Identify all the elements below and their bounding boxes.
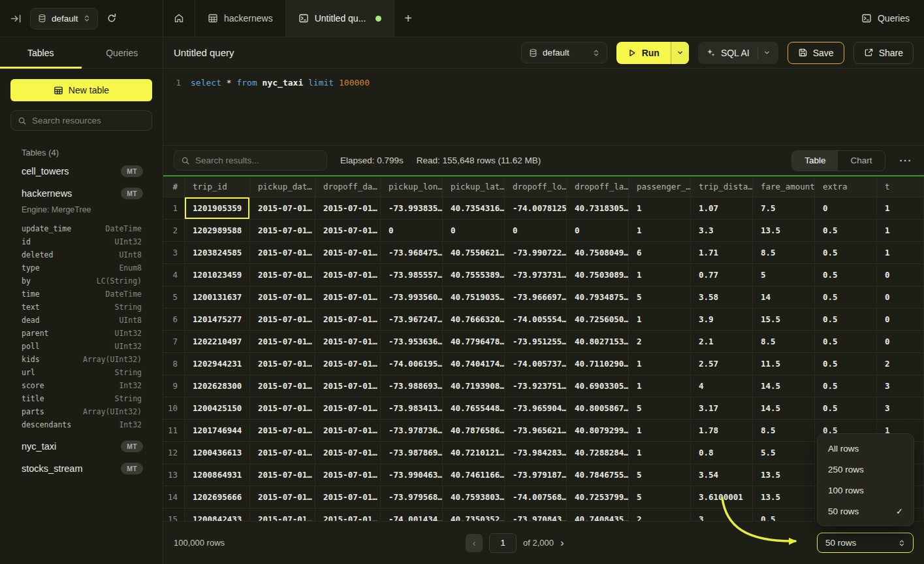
cell[interactable]: 0 bbox=[877, 264, 924, 286]
cell[interactable]: 2 bbox=[629, 331, 691, 353]
view-tab-chart[interactable]: Chart bbox=[838, 151, 884, 171]
row-number[interactable]: 12 bbox=[163, 442, 185, 464]
menu-item[interactable]: 100 rows bbox=[818, 480, 914, 501]
cell[interactable]: 2015-07-01… bbox=[250, 197, 315, 220]
cell[interactable]: 40.7193908… bbox=[443, 375, 505, 397]
column-header[interactable]: pickup_lon… bbox=[381, 176, 443, 197]
cell[interactable]: 5 bbox=[629, 397, 691, 420]
cell[interactable]: 2015-07-01… bbox=[315, 331, 381, 353]
cell[interactable]: 40.8005867… bbox=[567, 397, 629, 420]
cell[interactable]: 40.7350352… bbox=[443, 508, 505, 521]
row-number[interactable]: 14 bbox=[163, 486, 185, 508]
cell[interactable]: 1202989588 bbox=[185, 220, 250, 242]
cell[interactable]: 13.5 bbox=[753, 464, 815, 486]
cell[interactable]: -73.973731… bbox=[505, 264, 567, 286]
cell[interactable]: -73.979187… bbox=[505, 464, 567, 486]
cell[interactable]: 2015-07-01… bbox=[315, 353, 381, 375]
row-number[interactable]: 15 bbox=[163, 508, 185, 521]
cell[interactable]: 1 bbox=[629, 197, 691, 220]
database-selector[interactable]: default bbox=[30, 8, 98, 29]
cell[interactable]: 0 bbox=[877, 331, 924, 353]
tab-untitled-query[interactable]: Untitled qu... bbox=[286, 0, 395, 37]
cell[interactable]: 2015-07-01… bbox=[250, 397, 315, 420]
cell[interactable]: 3 bbox=[691, 508, 753, 521]
cell[interactable]: 40.7210121… bbox=[443, 442, 505, 464]
cell[interactable]: 2015-07-01… bbox=[315, 397, 381, 420]
cell[interactable]: 2015-07-01… bbox=[250, 375, 315, 397]
run-button-main[interactable]: Run bbox=[616, 42, 671, 64]
save-button[interactable]: Save bbox=[788, 42, 844, 64]
cell[interactable]: -73.978736… bbox=[381, 420, 443, 442]
cell[interactable]: 2015-07-01… bbox=[250, 308, 315, 331]
cell[interactable]: -73.990722… bbox=[505, 242, 567, 264]
cell[interactable]: 1 bbox=[629, 308, 691, 331]
cell[interactable]: 2015-07-01… bbox=[315, 442, 381, 464]
column-header[interactable]: # bbox=[163, 176, 185, 197]
refresh-button[interactable] bbox=[104, 10, 119, 26]
cell[interactable]: 0 bbox=[443, 220, 505, 242]
cell[interactable]: 0.5 bbox=[815, 220, 877, 242]
cell[interactable]: 1203824585 bbox=[185, 242, 250, 264]
page-input[interactable] bbox=[489, 533, 517, 553]
cell[interactable]: 2015-07-01… bbox=[250, 464, 315, 486]
cell[interactable]: 2 bbox=[629, 508, 691, 521]
cell[interactable]: -73.979568… bbox=[381, 486, 443, 508]
cell[interactable]: 1.07 bbox=[691, 197, 753, 220]
cell[interactable]: 2.57 bbox=[691, 353, 753, 375]
cell[interactable]: 2.1 bbox=[691, 331, 753, 353]
column-header[interactable]: pickup_dat… bbox=[250, 176, 315, 197]
cell[interactable]: 2015-07-01… bbox=[315, 486, 381, 508]
cell[interactable]: -73.983413… bbox=[381, 397, 443, 420]
resource-search-input[interactable] bbox=[32, 116, 148, 125]
cell[interactable]: 5.5 bbox=[753, 442, 815, 464]
cell[interactable]: 40.7876586… bbox=[443, 420, 505, 442]
cell[interactable]: 11.5 bbox=[753, 353, 815, 375]
cell[interactable]: -73.968475… bbox=[381, 242, 443, 264]
column-header[interactable]: extra bbox=[815, 176, 877, 197]
column-header[interactable]: trip_id bbox=[185, 176, 250, 197]
cell[interactable]: 40.6903305… bbox=[567, 375, 629, 397]
cell[interactable]: -74.0078125 bbox=[505, 197, 567, 220]
cell[interactable]: 3 bbox=[877, 375, 924, 397]
cell[interactable]: 2015-07-01… bbox=[315, 420, 381, 442]
sidebar-tab-tables[interactable]: Tables bbox=[0, 37, 82, 68]
cell[interactable]: 8.5 bbox=[753, 242, 815, 264]
cell[interactable]: 1 bbox=[629, 264, 691, 286]
cell[interactable]: 2015-07-01… bbox=[315, 464, 381, 486]
cell[interactable]: 40.7508049… bbox=[567, 242, 629, 264]
column-header[interactable]: dropoff_la… bbox=[567, 176, 629, 197]
cell[interactable]: 40.7503089… bbox=[567, 264, 629, 286]
cell[interactable]: 1200436613 bbox=[185, 442, 250, 464]
cell[interactable]: 6 bbox=[629, 242, 691, 264]
cell[interactable]: 1 bbox=[877, 220, 924, 242]
cell[interactable]: 2015-07-01… bbox=[250, 353, 315, 375]
cell[interactable]: 2015-07-01… bbox=[250, 508, 315, 521]
cell[interactable]: 40.7655448… bbox=[443, 397, 505, 420]
cell[interactable]: 2015-07-01… bbox=[315, 264, 381, 286]
cell[interactable]: 1 bbox=[629, 220, 691, 242]
cell[interactable]: 3.58 bbox=[691, 286, 753, 308]
row-number[interactable]: 9 bbox=[163, 375, 185, 397]
cell[interactable]: 40.7256050… bbox=[567, 308, 629, 331]
cell[interactable]: 3 bbox=[877, 397, 924, 420]
cell[interactable]: 2015-07-01… bbox=[315, 508, 381, 521]
next-page-button[interactable]: › bbox=[560, 537, 564, 550]
cell[interactable]: 0.77 bbox=[691, 264, 753, 286]
cell[interactable]: 40.7550621… bbox=[443, 242, 505, 264]
cell[interactable]: 2015-07-01… bbox=[250, 242, 315, 264]
queries-button[interactable]: Queries bbox=[861, 13, 910, 24]
cell[interactable]: 1 bbox=[877, 242, 924, 264]
cell[interactable]: 2015-07-01… bbox=[250, 486, 315, 508]
cell[interactable]: 1201475277 bbox=[185, 308, 250, 331]
cell[interactable]: 0.5 bbox=[753, 508, 815, 521]
cell[interactable]: 40.7593803… bbox=[443, 486, 505, 508]
row-number[interactable]: 5 bbox=[163, 286, 185, 308]
cell[interactable]: 0.5 bbox=[815, 308, 877, 331]
more-options-button[interactable]: ··· bbox=[899, 155, 914, 166]
cell[interactable]: 40.7318305… bbox=[567, 197, 629, 220]
cell[interactable]: 5 bbox=[753, 264, 815, 286]
cell[interactable]: 1200864931 bbox=[185, 464, 250, 486]
cell[interactable]: 1 bbox=[629, 375, 691, 397]
cell[interactable]: 2015-07-01… bbox=[315, 242, 381, 264]
cell[interactable]: 1200842433 bbox=[185, 508, 250, 521]
